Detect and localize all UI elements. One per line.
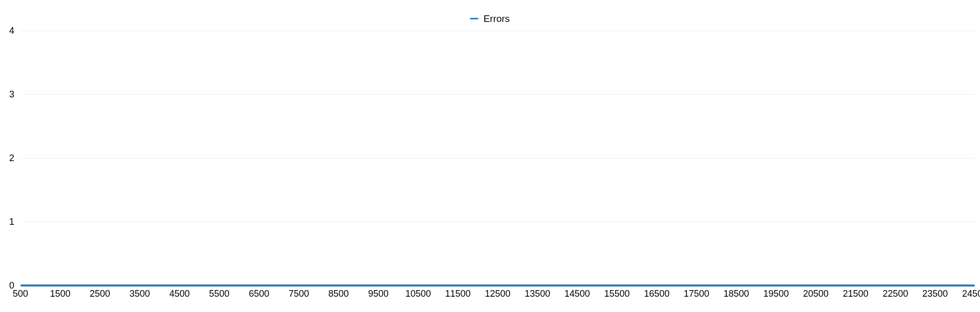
y-tick-label: 4 bbox=[0, 25, 20, 36]
x-tick-label: 5500 bbox=[209, 289, 230, 299]
legend-line-icon bbox=[470, 18, 478, 19]
x-tick-label: 23500 bbox=[922, 289, 948, 299]
x-tick-label: 2500 bbox=[90, 289, 110, 299]
chart-legend: Errors bbox=[0, 11, 980, 24]
x-tick-label: 21500 bbox=[843, 289, 868, 299]
x-tick-label: 3500 bbox=[130, 289, 150, 299]
x-tick-label: 17500 bbox=[684, 289, 709, 299]
x-tick-label: 12500 bbox=[485, 289, 510, 299]
gridline-y bbox=[20, 158, 975, 159]
gridline-y bbox=[20, 94, 975, 95]
gridline-y bbox=[20, 222, 975, 222]
chart-container: Errors 4 3 2 1 0 500 1500 2500 3500 4500… bbox=[0, 0, 980, 312]
legend-item-errors: Errors bbox=[470, 13, 510, 24]
x-tick-label: 1500 bbox=[50, 289, 70, 299]
x-tick-label: 14500 bbox=[565, 289, 590, 299]
x-tick-label: 20500 bbox=[803, 289, 828, 299]
x-tick-label: 500 bbox=[13, 289, 28, 299]
gridline-y bbox=[20, 31, 975, 31]
plot-area: 4 3 2 1 0 bbox=[20, 31, 975, 285]
y-tick-label: 1 bbox=[0, 217, 20, 227]
x-tick-label: 13500 bbox=[525, 289, 550, 299]
x-tick-label: 4500 bbox=[169, 289, 190, 299]
y-tick-label: 2 bbox=[0, 153, 20, 164]
x-tick-label: 10500 bbox=[405, 289, 431, 299]
legend-label: Errors bbox=[483, 13, 510, 24]
y-tick-label: 3 bbox=[0, 89, 20, 100]
x-tick-label: 19500 bbox=[763, 289, 789, 299]
x-tick-label: 6500 bbox=[249, 289, 269, 299]
x-tick-label: 15500 bbox=[604, 289, 630, 299]
x-tick-label: 9500 bbox=[368, 289, 388, 299]
x-tick-label: 7500 bbox=[288, 289, 309, 299]
x-axis-ticks: 500 1500 2500 3500 4500 5500 6500 7500 8… bbox=[20, 289, 975, 304]
x-tick-label: 24500 bbox=[962, 289, 980, 299]
series-line-errors bbox=[20, 284, 975, 287]
x-tick-label: 16500 bbox=[644, 289, 670, 299]
x-tick-label: 8500 bbox=[328, 289, 349, 299]
x-tick-label: 22500 bbox=[883, 289, 908, 299]
x-tick-label: 18500 bbox=[723, 289, 749, 299]
x-tick-label: 11500 bbox=[445, 289, 471, 299]
